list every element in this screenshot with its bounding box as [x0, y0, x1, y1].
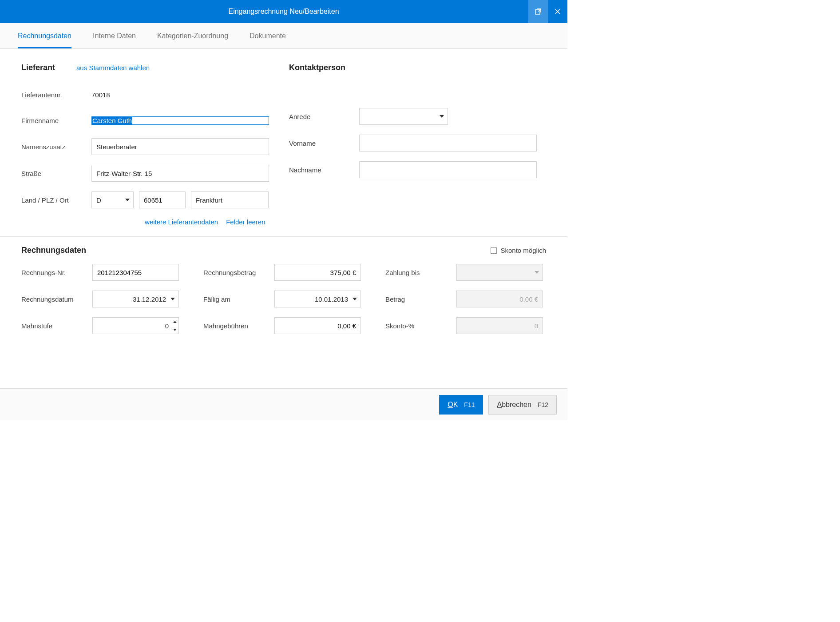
skonto-prozent-label: Skonto-%: [385, 322, 456, 330]
rechnungsnr-input[interactable]: [92, 264, 179, 281]
popout-icon: [535, 8, 542, 15]
faellig-am-field[interactable]: 10.01.2013: [274, 291, 361, 307]
skonto-prozent-input: [456, 317, 543, 334]
ort-input[interactable]: [191, 191, 269, 208]
rechnungsdatum-field[interactable]: 31.12.2012: [92, 291, 179, 307]
tab-bar: Rechnungsdaten Interne Daten Kategorien-…: [0, 23, 567, 49]
popout-button[interactable]: [528, 0, 548, 23]
mahngebuehren-label: Mahngebühren: [203, 322, 274, 330]
rechnungsdaten-heading: Rechnungsdaten: [21, 246, 86, 255]
cancel-fkey: F12: [538, 401, 548, 408]
window-title: Eingangsrechnung Neu/Bearbeiten: [228, 8, 339, 16]
skonto-betrag-input: [456, 291, 543, 307]
tab-kategorien-zuordnung[interactable]: Kategorien-Zuordnung: [157, 23, 228, 48]
land-plz-ort-label: Land / PLZ / Ort: [21, 196, 91, 204]
tab-rechnungsdaten[interactable]: Rechnungsdaten: [18, 23, 71, 48]
chevron-down-icon: [440, 115, 444, 118]
anrede-label: Anrede: [289, 113, 359, 120]
faellig-am-value: 10.01.2013: [279, 295, 353, 303]
namenszusatz-label: Namenszusatz: [21, 143, 91, 151]
skonto-moeglich-label: Skonto möglich: [500, 247, 546, 254]
kontaktperson-section: Kontaktperson Anrede Vorname Nachname: [289, 63, 546, 226]
firmenname-value: Carsten Guth: [92, 117, 132, 124]
rechnungsdatum-label: Rechnungsdatum: [21, 295, 92, 303]
faellig-am-label: Fällig am: [203, 295, 274, 303]
weitere-lieferantendaten-link[interactable]: weitere Lieferantendaten: [145, 218, 218, 226]
chevron-down-icon: [353, 298, 357, 300]
chevron-down-icon: [125, 199, 130, 201]
anrede-select[interactable]: [359, 108, 448, 125]
firmenname-label: Firmenname: [21, 117, 91, 124]
strasse-input[interactable]: [91, 165, 269, 182]
mahnstufe-down-button[interactable]: [171, 326, 178, 334]
land-value: D: [96, 196, 101, 204]
felder-leeren-link[interactable]: Felder leeren: [226, 218, 265, 226]
plz-input[interactable]: [139, 191, 186, 208]
mahnstufe-label: Mahnstufe: [21, 322, 92, 330]
nachname-input[interactable]: [359, 161, 537, 178]
tab-dokumente[interactable]: Dokumente: [250, 23, 286, 48]
strasse-label: Straße: [21, 170, 91, 177]
mahngebuehren-input[interactable]: [274, 317, 361, 334]
mahnstufe-up-button[interactable]: [171, 318, 178, 326]
tab-interne-daten[interactable]: Interne Daten: [93, 23, 136, 48]
skonto-moeglich-checkbox[interactable]: Skonto möglich: [491, 247, 546, 254]
zahlung-bis-label: Zahlung bis: [385, 269, 456, 276]
cancel-button[interactable]: Abbrechen F12: [488, 395, 557, 415]
dialog-footer: OK F11 Abbrechen F12: [0, 388, 567, 420]
mahnstufe-stepper[interactable]: 0: [92, 317, 179, 334]
lieferant-section: Lieferant aus Stammdaten wählen Lieferan…: [21, 63, 278, 226]
zahlung-bis-select: [456, 264, 543, 281]
close-icon: [555, 8, 561, 15]
titlebar: Eingangsrechnung Neu/Bearbeiten: [0, 0, 567, 23]
rechnungsbetrag-label: Rechnungsbetrag: [203, 269, 274, 276]
firmenname-input[interactable]: Carsten Guth: [91, 116, 269, 125]
ok-button[interactable]: OK F11: [439, 395, 483, 415]
caret-down-icon: [173, 329, 177, 331]
land-select[interactable]: D: [91, 191, 134, 208]
ok-fkey: F11: [464, 401, 475, 408]
vorname-input[interactable]: [359, 135, 537, 152]
skonto-betrag-label: Betrag: [385, 295, 456, 303]
lieferantennr-value: 70018: [91, 91, 110, 99]
close-button[interactable]: [548, 0, 567, 23]
namenszusatz-input[interactable]: [91, 138, 269, 155]
mahnstufe-value: 0: [93, 322, 171, 330]
stammdaten-link[interactable]: aus Stammdaten wählen: [76, 64, 150, 72]
lieferantennr-label: Lieferantennr.: [21, 91, 91, 99]
caret-up-icon: [173, 321, 177, 323]
vorname-label: Vorname: [289, 140, 359, 147]
rechnungsnr-label: Rechnungs-Nr.: [21, 269, 92, 276]
chevron-down-icon: [535, 271, 539, 274]
lieferant-heading: Lieferant: [21, 63, 55, 72]
rechnungsdatum-value: 31.12.2012: [97, 295, 170, 303]
nachname-label: Nachname: [289, 166, 359, 174]
kontaktperson-heading: Kontaktperson: [289, 63, 345, 72]
rechnungsbetrag-input[interactable]: [274, 264, 361, 281]
checkbox-icon: [491, 247, 497, 254]
chevron-down-icon: [170, 298, 175, 300]
